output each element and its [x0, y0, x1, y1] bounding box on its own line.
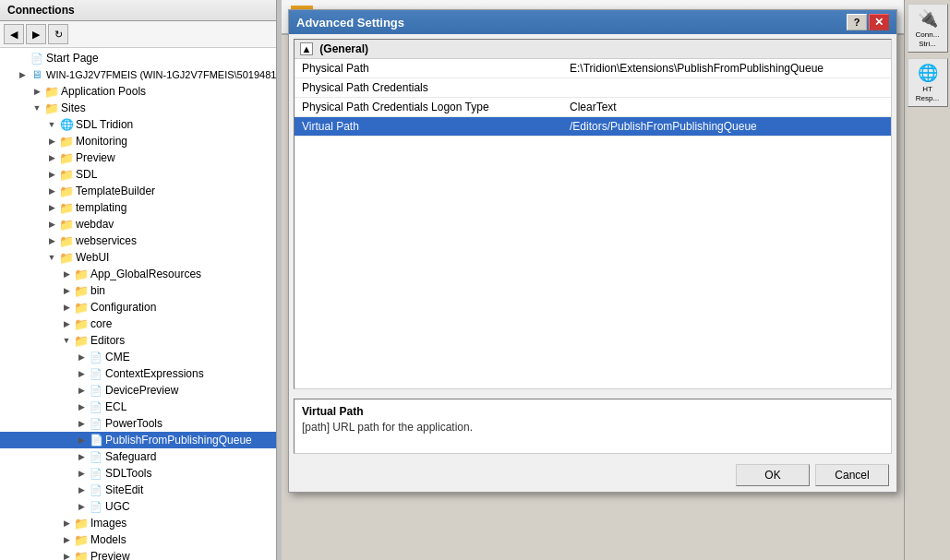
expander-sites: ▼ — [30, 101, 44, 115]
prop-value-credentials — [562, 78, 891, 98]
prop-row-virtual-path[interactable]: Virtual Path /Editors/PublishFromPublish… — [295, 117, 891, 137]
powertools-label: PowerTools — [105, 417, 162, 430]
description-text: [path] URL path for the application. — [302, 421, 884, 434]
images-label: Images — [90, 517, 126, 530]
tree-node-core[interactable]: ▶ 📁 core — [0, 316, 276, 332]
startpage-icon: 📄 — [30, 51, 44, 66]
tree-node-preview2[interactable]: ▶ 📁 Preview — [0, 548, 276, 560]
tree-node-editors[interactable]: ▼ 📁 Editors — [0, 332, 276, 349]
cme-label: CME — [105, 351, 130, 363]
help-button[interactable]: ? — [847, 14, 867, 30]
prop-row-physical-path[interactable]: Physical Path E:\Tridion\Extensions\Publ… — [295, 59, 891, 78]
tree-node-templating[interactable]: ▶ 📁 templating — [0, 199, 276, 216]
images-icon: 📁 — [74, 516, 89, 530]
tree-area: 📄 Start Page ▶ 🖥 WIN-1GJ2V7FMEIS (WIN-1G… — [0, 48, 276, 560]
advanced-settings-dialog: Advanced Settings ? ✕ ▲ (General) — [288, 9, 897, 493]
apppools-icon: 📁 — [44, 84, 59, 99]
tree-node-contextexpressions[interactable]: ▶ 📄 ContextExpressions — [0, 365, 276, 382]
tree-node-configuration[interactable]: ▶ 📁 Configuration — [0, 299, 276, 316]
tree-node-siteedit[interactable]: ▶ 📄 SiteEdit — [0, 482, 276, 498]
apppools-label: Application Pools — [61, 85, 146, 98]
sdl-icon: 📁 — [59, 167, 74, 182]
ok-button[interactable]: OK — [736, 464, 810, 486]
tree-node-templatebuilder[interactable]: ▶ 📁 TemplateBuilder — [0, 183, 276, 199]
expander-models: ▶ — [59, 532, 74, 547]
sdl-label: SDL — [76, 168, 97, 181]
preview2-icon: 📁 — [74, 549, 89, 560]
right-panel: 🔌 Conn...Stri... 🌐 HTResp... — [904, 0, 950, 560]
tree-node-startpage[interactable]: 📄 Start Page — [0, 50, 276, 66]
expander-appglobal: ▶ — [59, 267, 74, 281]
forward-button[interactable]: ▶ — [26, 24, 46, 44]
expander-monitoring: ▶ — [44, 134, 59, 149]
expander-webservices: ▶ — [44, 233, 59, 248]
core-icon: 📁 — [74, 316, 89, 331]
tree-node-webservices[interactable]: ▶ 📁 webservices — [0, 232, 276, 249]
tree-node-monitoring[interactable]: ▶ 📁 Monitoring — [0, 133, 276, 149]
powertools-icon: 📄 — [89, 416, 103, 431]
tree-node-server[interactable]: ▶ 🖥 WIN-1GJ2V7FMEIS (WIN-1GJ2V7FMEIS\501… — [0, 66, 276, 83]
webdav-label: webdav — [76, 218, 114, 231]
devicepreview-icon: 📄 — [89, 383, 103, 398]
tree-node-powertools[interactable]: ▶ 📄 PowerTools — [0, 415, 276, 432]
close-button[interactable]: ✕ — [869, 14, 889, 30]
sdltools-label: SDLTools — [105, 467, 151, 480]
cme-icon: 📄 — [89, 350, 103, 364]
tree-node-ecl[interactable]: ▶ 📄 ECL — [0, 399, 276, 415]
siteedit-icon: 📄 — [89, 483, 103, 497]
tree-node-sdltridion[interactable]: ▼ 🌐 SDL Tridion — [0, 116, 276, 133]
tree-node-ugc[interactable]: ▶ 📄 UGC — [0, 498, 276, 515]
expander-preview: ▶ — [44, 150, 59, 165]
configuration-label: Configuration — [90, 301, 156, 314]
expander-startpage — [15, 51, 30, 66]
core-label: core — [90, 317, 112, 330]
prop-row-physical-path-credentials[interactable]: Physical Path Credentials — [295, 78, 891, 98]
collapse-indicator[interactable]: ▲ — [300, 42, 313, 55]
connections-header: Connections — [0, 0, 276, 21]
cancel-button[interactable]: Cancel — [815, 464, 889, 486]
prop-value-physical-path: E:\Tridion\Extensions\PublishFromPublish… — [562, 59, 891, 78]
configuration-icon: 📁 — [74, 300, 89, 315]
tree-node-devicepreview[interactable]: ▶ 📄 DevicePreview — [0, 382, 276, 399]
tree-node-apppools[interactable]: ▶ 📁 Application Pools — [0, 83, 276, 100]
tree-node-models[interactable]: ▶ 📁 Models — [0, 531, 276, 548]
prop-value-logon-type: ClearText — [562, 98, 891, 117]
webservices-icon: 📁 — [59, 233, 74, 248]
prop-name-virtual-path: Virtual Path — [295, 117, 562, 137]
expander-devicepreview: ▶ — [74, 383, 89, 398]
expander-pfpq: ▶ — [74, 433, 89, 447]
tree-node-webui[interactable]: ▼ 📁 WebUI — [0, 249, 276, 266]
server-label: WIN-1GJ2V7FMEIS (WIN-1GJ2V7FMEIS\5019481… — [46, 69, 276, 80]
expander-preview2: ▶ — [59, 549, 74, 560]
tree-node-publishfrompublishingqueue[interactable]: ▶ 📄 PublishFromPublishingQueue — [0, 432, 276, 448]
editors-icon: 📁 — [74, 333, 89, 348]
expander-images: ▶ — [59, 516, 74, 530]
tree-node-sdltools[interactable]: ▶ 📄 SDLTools — [0, 465, 276, 482]
tree-node-images[interactable]: ▶ 📁 Images — [0, 515, 276, 531]
tree-node-appglobalresources[interactable]: ▶ 📁 App_GlobalResources — [0, 266, 276, 282]
expander-sdl: ▶ — [44, 167, 59, 182]
prop-row-logon-type[interactable]: Physical Path Credentials Logon Type Cle… — [295, 98, 891, 117]
tree-node-webdav[interactable]: ▶ 📁 webdav — [0, 216, 276, 232]
left-panel: Connections ◀ ▶ ↻ 📄 Start Page ▶ 🖥 WIN-1… — [0, 0, 277, 560]
bin-icon: 📁 — [74, 283, 89, 298]
tree-node-bin[interactable]: ▶ 📁 bin — [0, 282, 276, 299]
tree-node-preview[interactable]: ▶ 📁 Preview — [0, 149, 276, 166]
expander-cme: ▶ — [74, 350, 89, 364]
sites-icon: 📁 — [44, 101, 59, 115]
refresh-button[interactable]: ↻ — [48, 24, 68, 44]
tree-node-cme[interactable]: ▶ 📄 CME — [0, 349, 276, 365]
expander-sdltridion: ▼ — [44, 117, 59, 132]
dialog-footer: OK Cancel — [289, 459, 896, 492]
webdav-icon: 📁 — [59, 217, 74, 232]
tree-node-safeguard[interactable]: ▶ 📄 Safeguard — [0, 448, 276, 465]
tree-node-sites[interactable]: ▼ 📁 Sites — [0, 100, 276, 116]
tree-node-sdl[interactable]: ▶ 📁 SDL — [0, 166, 276, 183]
back-button[interactable]: ◀ — [4, 24, 24, 44]
safeguard-label: Safeguard — [105, 450, 156, 463]
right-tool-connect[interactable]: 🔌 Conn...Stri... — [908, 4, 948, 53]
templating-icon: 📁 — [59, 200, 74, 215]
description-area: Virtual Path [path] URL path for the app… — [294, 399, 892, 454]
description-title: Virtual Path — [302, 405, 884, 418]
right-tool-http[interactable]: 🌐 HTResp... — [908, 58, 948, 107]
